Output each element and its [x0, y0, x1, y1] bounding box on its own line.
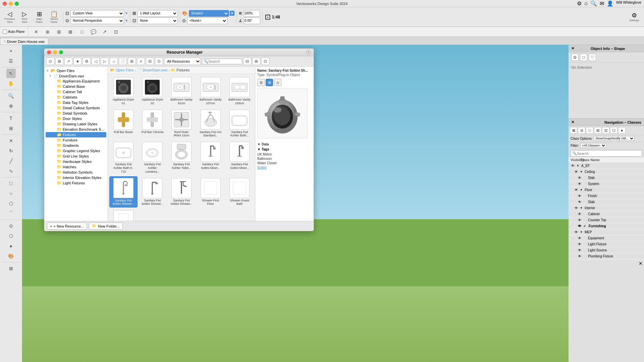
tree-drawing-label[interactable]: 📁 Drawing Label Styles [46, 121, 106, 127]
view-type-select[interactable]: Custom View [70, 10, 124, 17]
wall-layout-select[interactable]: 1-Wall Layout [138, 10, 178, 17]
nav-row-slab-floor[interactable]: 👁 Slab [569, 199, 644, 205]
none2-select[interactable]: <None> [187, 17, 227, 24]
rm-item-vanity163[interactable]: Bathroom Vanity 163cm [225, 75, 254, 107]
settings-button[interactable]: ⚙ Settings [627, 11, 641, 23]
misc-tool[interactable]: ⊞ [6, 264, 16, 273]
nav-row-ceiling[interactable]: 👁 ▼ Ceiling [569, 169, 644, 175]
nav-row-a-ef[interactable]: 👁 ▼ A_EF [569, 163, 644, 169]
rm-item-sottini-sh3[interactable]: Sanitary Fixt Sottini Shower... [167, 176, 196, 208]
rm-preview-shape-icon[interactable]: ◇ [274, 79, 281, 86]
rm-resources-dropdown[interactable]: All Resources [164, 58, 201, 65]
rm-data-header[interactable]: ▼ Data [257, 142, 312, 146]
text2-tool[interactable]: ⊞ [6, 124, 16, 133]
rm-item-mirror[interactable]: Upland Oaks RRect Mirror 91cm [109, 208, 138, 221]
tree-heliodon[interactable]: 📁 Heliodon Symbols [46, 170, 106, 175]
nav-row-finish[interactable]: 👁 Finish [569, 193, 644, 199]
rm-forward-btn[interactable]: ▷ [101, 58, 109, 65]
nav-expand-ceiling[interactable]: ▼ [580, 170, 583, 173]
rm-item-shower-first[interactable]: Shower-First Floor [197, 176, 225, 208]
nav-eye-plumbing-fixture[interactable]: 👁 [577, 254, 582, 259]
rm-grid-btn[interactable]: ⊞ [128, 58, 136, 65]
tree-hardscape[interactable]: 📁 Hardscape Styles [46, 159, 106, 164]
auto-plane-checkbox[interactable] [3, 29, 7, 34]
nav-row-equipment[interactable]: 👁 Equipment [569, 235, 644, 241]
tree-elevation-benchmark[interactable]: 📁 Elevation Benchmark S... [46, 127, 106, 132]
nav-btn-1[interactable]: ⊞ [570, 127, 577, 134]
nav-btn-5[interactable]: ⊡ [602, 127, 609, 134]
nav-expand-a-ef[interactable]: ▼ [577, 164, 580, 167]
shape-icon-2d[interactable]: □ [580, 54, 587, 61]
new-resource-button[interactable]: + + New Resource... [47, 223, 87, 230]
nav-eye-finish[interactable]: 👁 [577, 194, 582, 198]
tree-door-styles[interactable]: 📁 Door Styles [46, 116, 106, 121]
close-button[interactable] [3, 2, 7, 6]
mail-icon[interactable]: ✉ [600, 0, 604, 7]
rm-doc2-btn[interactable]: 📄 [119, 58, 127, 65]
rm-minimize-button[interactable] [53, 50, 57, 54]
user-icon[interactable]: 👤 [607, 0, 613, 7]
rm-listdetail-btn[interactable]: ⊟ [146, 58, 154, 65]
nav-eye-equipment[interactable]: 👁 [577, 236, 582, 241]
rect-draw-tool[interactable]: □ [6, 179, 16, 188]
dims-tool[interactable]: ⊞ [54, 27, 64, 37]
constraints-tool[interactable]: ⊠ [66, 27, 75, 37]
polygon-tool[interactable]: ⬡ [6, 199, 16, 208]
rm-item-kohler-toilet[interactable]: Sanitary Fixt Kohler Toilet... [167, 140, 196, 175]
symbol-tool[interactable]: ♦ [6, 241, 16, 251]
search-icon[interactable]: 🔍 [590, 0, 597, 7]
nav-expand-interior[interactable]: ▼ [580, 206, 583, 209]
nav-row-floor[interactable]: 👁 ▼ Floor [569, 187, 644, 193]
rm-item-kohler-k716[interactable]: Sanitary Fixt Kohler Bath K-716 [109, 140, 138, 175]
nav-eye-cabinet[interactable]: 👁 [577, 212, 582, 217]
nav-row-light-source[interactable]: 👁 Light Source [569, 247, 644, 253]
nav-expand-floor[interactable]: ▼ [580, 188, 583, 191]
rm-help-button[interactable]: ? [306, 50, 311, 55]
tree-light-fixtures[interactable]: 📁 Light Fixtures [46, 180, 106, 186]
rm-item-sottini-sh1[interactable]: Sanitary Fixt Sottini Shower... [109, 176, 138, 208]
rm-item-kohler-lav[interactable]: Sanitary Fixt Kohler Lavatory... [139, 140, 167, 175]
rm-favorite-btn[interactable]: ★ [73, 58, 82, 65]
tree-cabinet-base[interactable]: 📁 Cabinet Base [46, 84, 106, 89]
shape-icon-3d[interactable]: ⊙ [571, 54, 579, 61]
pan-tool[interactable]: ✋ [6, 79, 16, 88]
zoom-input[interactable] [243, 10, 260, 17]
rm-copy-btn[interactable]: ⊞ [55, 58, 63, 65]
rm-sync-btn[interactable]: ⊙ [155, 58, 163, 65]
perspective-select[interactable]: Normal Perspective [70, 17, 124, 24]
nav-row-counter-top[interactable]: 👁 Counter Top [569, 217, 644, 223]
rm-view-btn[interactable]: ⊞ [252, 58, 260, 65]
breadcrumb-doverdam[interactable]: 📄 DoverDam.vwx [137, 68, 168, 72]
nav-btn-4[interactable]: ⊟ [594, 127, 601, 134]
nav-eye-interior[interactable]: 👁 [574, 206, 579, 210]
rm-item-roof-drain[interactable]: Roof Drain IRMA 15cm [167, 108, 196, 139]
nav-eye-floor[interactable]: 👁 [574, 188, 579, 192]
nav-eye-a-ef[interactable]: 👁 [571, 164, 575, 168]
nav-panel-close-btn[interactable]: ✕ [639, 261, 643, 266]
rm-item-sottini-mix1[interactable]: Sanitary Fixt Sottini Mixer... [197, 140, 225, 175]
rm-settings-btn[interactable]: ⚙ [83, 58, 91, 65]
none-select[interactable]: None [138, 17, 178, 24]
nav-btn-3[interactable]: □ [586, 127, 593, 134]
nav-eye-slab-ceiling[interactable]: 👁 [577, 176, 582, 180]
rm-tags-header[interactable]: ▼ Tags [257, 147, 312, 151]
rm-move-btn[interactable]: ↗ [64, 58, 72, 65]
3d2-tool[interactable]: ⬡ [6, 231, 16, 241]
nav-eye-light-fixture[interactable]: 👁 [577, 242, 582, 247]
nav-eye-furnishing[interactable]: 👁 [577, 224, 582, 229]
tree-cabinets[interactable]: 📁 Cabinets [46, 95, 106, 100]
class-options-select[interactable]: Show/Snap/Modify Oth... [594, 136, 635, 141]
3d-tool[interactable]: ⊙ [6, 221, 16, 231]
rm-maximize-button[interactable] [59, 50, 63, 54]
callout-tool[interactable]: 💬 [89, 27, 98, 37]
rm-doc-btn[interactable]: ⊙ [46, 58, 54, 65]
nav-check-furnishing[interactable]: ✓ [583, 224, 587, 228]
nav-btn-7[interactable]: ♦ [618, 127, 626, 134]
file-tab-close[interactable]: × [4, 40, 6, 43]
rm-home-btn[interactable]: ⌂ [110, 58, 118, 65]
zoom-tool[interactable]: 🔍 [6, 91, 16, 101]
filter-select[interactable]: <All Classes> [580, 143, 606, 148]
tree-appliances[interactable]: 📁 Appliances-Equipment [46, 78, 106, 84]
maximize-button[interactable] [15, 2, 19, 6]
tree-interior-elevation[interactable]: 📁 Interior Elevation Styles [46, 175, 106, 180]
